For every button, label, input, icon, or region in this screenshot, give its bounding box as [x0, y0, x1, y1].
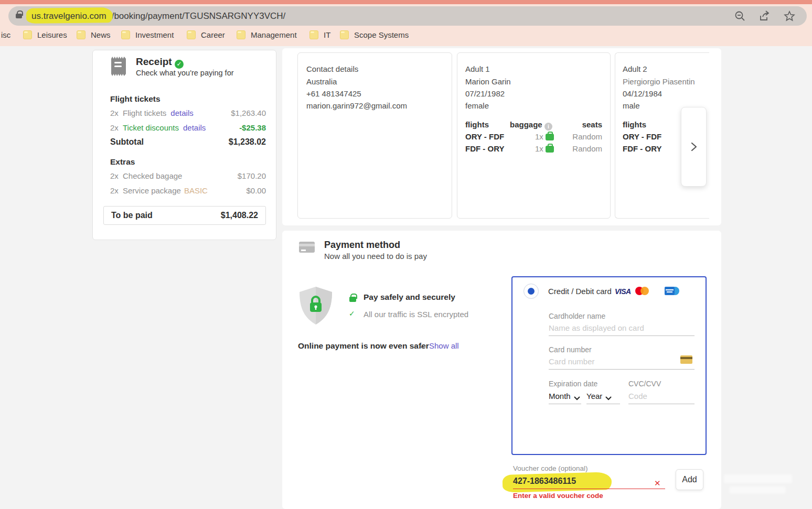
passengers-panel: Contact details Australia +61 481347425 … [282, 48, 721, 225]
folder-icon [77, 30, 86, 39]
bookmark-item-management[interactable]: Management [237, 30, 297, 39]
details-link[interactable]: details [170, 109, 193, 117]
folder-icon [121, 30, 130, 39]
folder-icon [309, 30, 318, 39]
total-label: To be paid [111, 211, 153, 220]
card-number-input[interactable] [549, 357, 695, 370]
row-label: Checked bagage [123, 171, 182, 180]
voucher-input[interactable]: 427-1863486115 [513, 476, 576, 486]
col-baggage: baggage i [510, 120, 552, 131]
receipt-row-checked-bagage: 2x Checked bagage $170.20 [110, 171, 266, 180]
receipt-row-ticket-discounts: 2x Ticket discounts details -$25.38 [110, 123, 266, 132]
bookmark-item-investment[interactable]: Investment [121, 30, 174, 39]
url-text[interactable]: us.travelgenio.com/booking/payment/TGUSN… [28, 11, 285, 21]
baggage-icon [546, 134, 554, 140]
bookmark-item-partial[interactable]: isc [1, 30, 10, 39]
seat-value: Random [572, 132, 602, 141]
adult1-dob: 07/21/1982 [465, 89, 505, 98]
adult2-name: Piergiorgio Piasentin [623, 77, 707, 86]
seat-value: Random [572, 144, 602, 153]
card-number-label: Card number [549, 345, 592, 354]
contact-email: marion.garin972@gmail.com [306, 101, 407, 110]
payment-title: Payment method [324, 240, 400, 251]
check-icon: ✓ [349, 309, 355, 318]
watermark [724, 474, 792, 483]
folder-icon [23, 30, 32, 39]
card-chip-icon [680, 355, 692, 364]
adult1-name: Marion Garin [465, 77, 511, 86]
screen: us.travelgenio.com/booking/payment/TGUSN… [0, 0, 812, 509]
chevron-right-icon [691, 142, 697, 151]
folder-icon [237, 30, 245, 39]
favorite-star-icon[interactable] [784, 10, 795, 22]
col-flights: flights [623, 120, 646, 129]
folder-icon [340, 30, 349, 39]
flight-tickets-header: Flight tickets [110, 94, 161, 104]
col-flights: flights [465, 120, 489, 129]
to-be-paid-box: To be paid $1,408.22 [103, 206, 266, 225]
adult1-title: Adult 1 [465, 64, 490, 73]
cardholder-input[interactable] [549, 323, 695, 336]
lock-icon [16, 14, 22, 18]
row-qty: 2x [110, 186, 123, 195]
contact-details-card: Contact details Australia +61 481347425 … [297, 52, 452, 219]
row-label: Service package [123, 186, 181, 195]
credit-card-radio[interactable] [523, 284, 539, 299]
adult2-gender: male [623, 101, 640, 110]
address-bar[interactable]: us.travelgenio.com/booking/payment/TGUSN… [8, 6, 807, 26]
receipt-title: Receipt [136, 56, 172, 67]
watermark [729, 486, 786, 494]
info-icon[interactable]: i [544, 123, 552, 131]
credit-card-icon [299, 242, 315, 253]
url-highlight: us.travelgenio.com [28, 9, 112, 23]
next-passenger-button[interactable] [681, 107, 707, 187]
visa-icon: VISA [615, 287, 631, 296]
row-value: -$25.38 [239, 123, 266, 132]
adult1-gender: female [465, 101, 489, 110]
month-select[interactable]: Month [549, 392, 581, 404]
bookmark-item-news[interactable]: News [77, 30, 111, 39]
add-voucher-button[interactable]: Add [676, 469, 703, 490]
row-qty: 2x [110, 109, 123, 117]
bookmark-item-it[interactable]: IT [309, 30, 330, 39]
card-payment-box: Credit / Debit card VISA Cardholder name… [511, 276, 707, 455]
col-seats: seats [582, 120, 602, 129]
subtotal-value: $1,238.02 [229, 137, 266, 147]
receipt-subtotal-row: Subtotal $1,238.02 [110, 137, 266, 147]
row-value: $1,263.40 [231, 109, 266, 117]
year-select[interactable]: Year [586, 392, 620, 404]
contact-phone: +61 481347425 [306, 89, 361, 98]
row-label: Flight tickets [123, 109, 166, 117]
voucher-underline [513, 489, 665, 489]
row-label: Ticket discounts [123, 123, 179, 132]
adult2-title: Adult 2 [623, 64, 647, 73]
small-lock-icon [349, 297, 356, 302]
flight-segment: ORY - FDF [465, 132, 504, 141]
contact-country: Australia [306, 77, 337, 86]
row-qty: 2x [110, 171, 123, 180]
row-value: $0.00 [246, 186, 266, 195]
shield-icon [297, 286, 334, 326]
details-link[interactable]: details [183, 123, 206, 132]
receipt-card: Receipt ✓ Check what you're paying for F… [92, 50, 276, 240]
show-all-link[interactable]: Show all [429, 341, 459, 350]
baggage-count: 1x [535, 132, 554, 141]
receipt-row-service-package: 2x Service package BASIC $0.00 [110, 186, 266, 195]
cvc-input[interactable] [628, 392, 695, 404]
clear-voucher-icon[interactable]: ✕ [654, 479, 661, 488]
bookmark-item-career[interactable]: Career [187, 30, 225, 39]
total-value: $1,408.22 [221, 211, 258, 220]
share-icon[interactable] [758, 10, 771, 22]
adult1-card: Adult 1 Marion Garin 07/21/1982 female f… [457, 52, 611, 219]
zoom-out-icon[interactable] [734, 10, 746, 22]
baggage-icon [546, 146, 554, 153]
bookmarks-bar: isc Leisures News Investment Career Mana… [0, 25, 812, 46]
bookmark-item-scope-systems[interactable]: Scope Systems [340, 30, 409, 39]
mastercard-icon [635, 287, 649, 295]
receipt-row-flight-tickets: 2x Flight tickets details $1,263.40 [110, 109, 266, 117]
secure-title: Pay safely and securely [364, 293, 455, 302]
bookmark-item-leisures[interactable]: Leisures [23, 30, 67, 39]
flight-segment: FDF - ORY [465, 144, 504, 153]
folder-icon [187, 30, 196, 39]
row-value: $170.20 [238, 171, 266, 180]
